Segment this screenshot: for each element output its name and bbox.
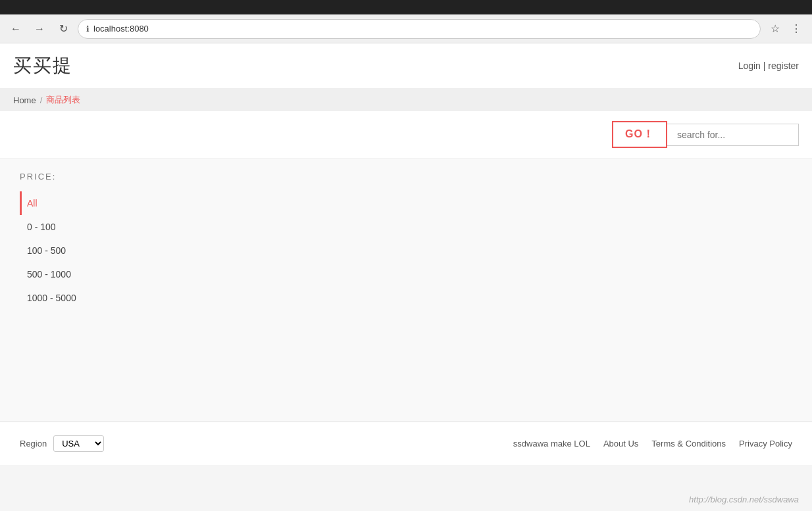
search-input[interactable] [667,124,799,146]
register-link[interactable]: register [768,61,799,71]
login-link[interactable]: Login [738,61,761,71]
breadcrumb-separator: / [40,95,43,105]
footer-link-terms[interactable]: Terms & Conditions [651,439,726,449]
browser-toolbar: ← → ↻ ℹ localhost:8080 ☆ ⋮ [0,14,812,43]
breadcrumb-current: 商品列表 [46,94,80,106]
browser-titlebar [0,0,812,14]
app-header: 买买提 Login | register [0,43,812,89]
footer-links: ssdwawa make LOL About Us Terms & Condit… [513,439,792,449]
sidebar: PRICE: All 0 - 100 100 - 500 500 - 1000 … [0,158,132,422]
browser-actions: ☆ ⋮ [766,20,805,38]
products-area [132,158,812,422]
price-filter-100-500[interactable]: 100 - 500 [20,239,112,262]
footer-credit: http://blog.csdn.net/ssdwawa [689,495,799,504]
price-filter-1000-5000[interactable]: 1000 - 5000 [20,286,112,310]
header-auth: Login | register [738,61,799,71]
footer-link-about[interactable]: About Us [603,439,638,449]
main-content: PRICE: All 0 - 100 100 - 500 500 - 1000 … [0,158,812,422]
search-area: GO！ [0,111,812,158]
price-filter-all[interactable]: All [20,191,112,215]
info-icon: ℹ [86,24,89,34]
back-button[interactable]: ← [7,20,25,38]
menu-button[interactable]: ⋮ [787,20,805,38]
address-text: localhost:8080 [93,24,149,34]
price-filter-500-1000[interactable]: 500 - 1000 [20,262,112,286]
auth-pipe: | [763,61,766,71]
footer-link-privacy[interactable]: Privacy Policy [739,439,792,449]
footer-link-ssdwawa[interactable]: ssdwawa make LOL [513,439,590,449]
forward-button[interactable]: → [30,20,49,38]
breadcrumb-home[interactable]: Home [13,95,36,105]
footer: Region USA ssdwawa make LOL About Us Ter… [0,422,812,465]
refresh-button[interactable]: ↻ [54,20,72,38]
app-logo: 买买提 [13,53,72,78]
address-bar[interactable]: ℹ localhost:8080 [78,19,761,39]
price-filter-0-100[interactable]: 0 - 100 [20,215,112,239]
region-select[interactable]: USA [53,435,104,452]
footer-region: Region USA [20,435,104,452]
breadcrumb: Home / 商品列表 [0,89,812,111]
price-filter-label: PRICE: [20,172,112,182]
search-go-button[interactable]: GO！ [612,121,667,148]
region-label: Region [20,439,47,449]
bookmark-button[interactable]: ☆ [766,20,784,38]
